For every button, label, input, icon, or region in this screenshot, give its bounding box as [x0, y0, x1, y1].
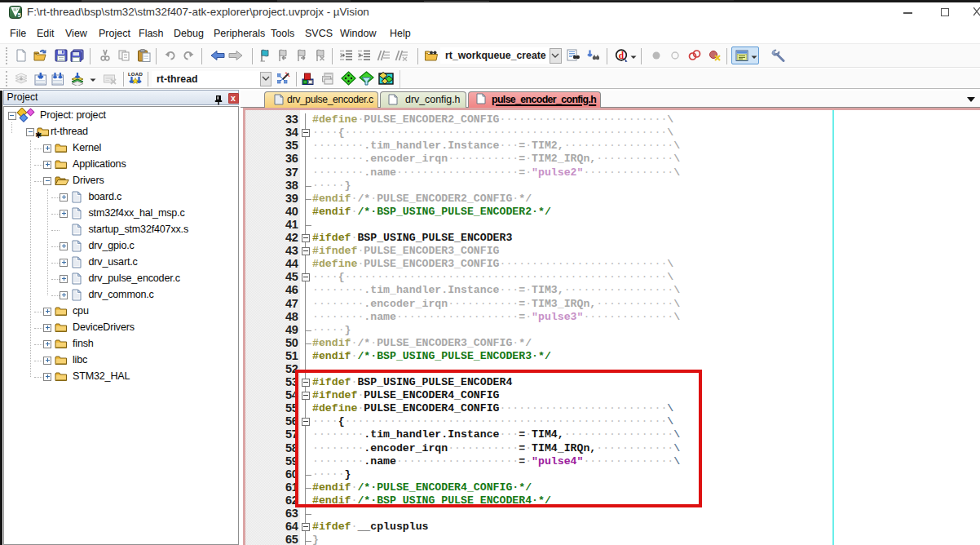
svg-text:LOAD: LOAD [128, 72, 143, 77]
svg-text:5: 5 [18, 11, 21, 19]
svg-text:d: d [619, 51, 625, 60]
